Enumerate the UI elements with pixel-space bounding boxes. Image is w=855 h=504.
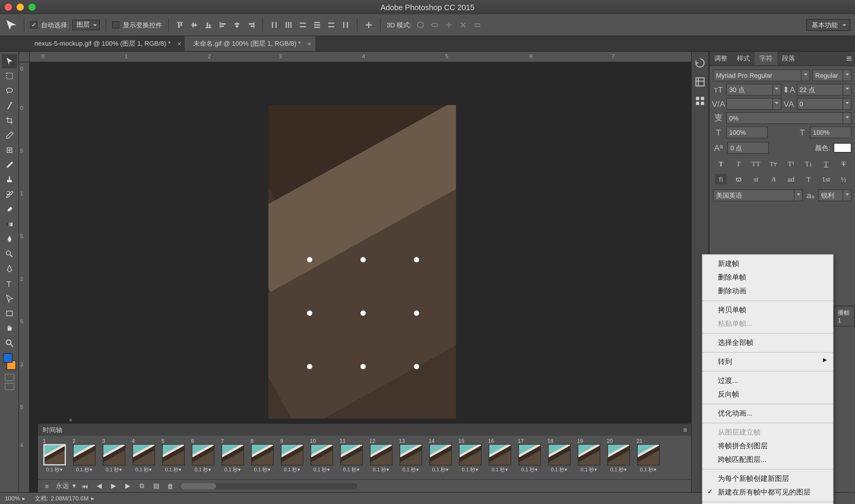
align-right-icon[interactable] — [246, 20, 256, 30]
timeline-frame[interactable]: 20.1 秒▾ — [70, 438, 99, 474]
eraser-tool[interactable] — [1, 202, 17, 217]
3d-orbit-icon[interactable] — [415, 20, 426, 30]
timeline-frame[interactable]: 150.1 秒▾ — [456, 438, 484, 474]
baseline-shift-input[interactable]: 0 点 — [727, 142, 769, 154]
eyedropper-tool[interactable] — [1, 128, 17, 143]
timeline-frame[interactable]: 10.1 秒▾ — [40, 438, 69, 474]
distribute-v1-icon[interactable] — [312, 20, 322, 30]
hscale-input[interactable]: 100% — [726, 126, 768, 138]
frame-delay[interactable]: 0.1 秒▾ — [432, 467, 449, 474]
rectangle-tool[interactable] — [1, 306, 17, 321]
allcaps-button[interactable]: TT — [750, 159, 762, 169]
vertical-ruler[interactable]: 0 0 5 1 5 2 5 3 5 4 — [19, 62, 30, 492]
timeline-frame[interactable]: 50.1 秒▾ — [159, 438, 188, 474]
distribute-h3-icon[interactable] — [298, 20, 308, 30]
lasso-tool[interactable] — [1, 84, 17, 98]
menu-item-delete-animation[interactable]: 删除动画 — [702, 284, 833, 298]
auto-select-checkbox[interactable] — [30, 21, 37, 29]
timeline-frame[interactable]: 70.1 秒▾ — [218, 438, 247, 474]
horizontal-ruler[interactable]: 0 1 2 3 4 5 6 7 — [30, 52, 691, 62]
crop-tool[interactable] — [1, 113, 17, 128]
panel-tab-adjustments[interactable]: 调整 — [710, 52, 732, 65]
font-size-input[interactable]: 30 点 — [726, 84, 781, 95]
timeline-frame[interactable]: 160.1 秒▾ — [486, 438, 514, 474]
clone-stamp-tool[interactable] — [1, 173, 17, 187]
quick-mask-icon[interactable] — [4, 374, 14, 381]
panel-close-icon[interactable]: × — [69, 417, 76, 424]
menu-item-copy-frame[interactable]: 拷贝单帧 — [702, 303, 833, 317]
color-swatches[interactable] — [1, 353, 17, 370]
window-close-button[interactable] — [5, 3, 12, 11]
window-minimize-button[interactable] — [17, 3, 24, 11]
italic-button[interactable]: T — [733, 159, 745, 169]
zoom-tool[interactable] — [1, 336, 17, 350]
ligature-calt-button[interactable]: ϖ — [733, 174, 745, 185]
menu-item-new-layer-visible-all-frames[interactable]: 新建在所有帧中都可见的图层 — [702, 486, 833, 499]
timeline-frame[interactable]: 30.1 秒▾ — [100, 438, 128, 474]
healing-brush-tool[interactable] — [1, 143, 17, 157]
frame-delay[interactable]: 0.1 秒▾ — [343, 467, 360, 474]
timeline-frame[interactable]: 200.1 秒▾ — [604, 438, 633, 474]
leading-input[interactable]: 22 点 — [797, 84, 852, 95]
distribute-v3-icon[interactable] — [340, 20, 351, 30]
menu-item-reverse-frames[interactable]: 反向帧 — [702, 388, 833, 401]
properties-panel-icon[interactable] — [694, 75, 707, 88]
ruler-origin[interactable] — [19, 52, 30, 62]
text-color-swatch[interactable] — [834, 143, 852, 152]
align-hcenter-icon[interactable] — [232, 20, 242, 30]
distribute-h1-icon[interactable] — [269, 20, 280, 30]
timeline-frame[interactable]: 60.1 秒▾ — [189, 438, 217, 474]
timeline-frame[interactable]: 100.1 秒▾ — [307, 438, 336, 474]
first-frame-button[interactable]: ⏮ — [79, 481, 90, 491]
history-brush-tool[interactable] — [1, 187, 17, 202]
align-top-icon[interactable] — [175, 20, 185, 30]
marquee-tool[interactable] — [1, 69, 17, 83]
panel-tab-paragraph[interactable]: 段落 — [777, 52, 800, 65]
menu-item-tween[interactable]: 过渡... — [702, 374, 833, 388]
new-frame-button[interactable]: ▤ — [151, 481, 161, 491]
frame-delay[interactable]: 0.1 秒▾ — [106, 467, 122, 474]
3d-pan-icon[interactable] — [444, 20, 455, 30]
screen-mode-icon[interactable] — [4, 383, 14, 390]
blur-tool[interactable] — [1, 232, 17, 246]
menu-item-match-layers-across-frames[interactable]: 跨帧匹配图层... — [702, 453, 833, 467]
frame-delay[interactable]: 0.1 秒▾ — [521, 467, 538, 474]
document-tab[interactable]: nexus-5-mockup.gif @ 100% (图层 1, RGB/8) … — [26, 36, 185, 51]
delete-frame-button[interactable]: 🗑 — [165, 481, 176, 491]
smallcaps-button[interactable]: Tᴛ — [768, 159, 780, 169]
panel-tab-character[interactable]: 字符 — [755, 52, 777, 65]
3d-zoom-icon[interactable] — [472, 20, 483, 30]
prev-frame-button[interactable]: ◀ — [94, 481, 105, 491]
frame-delay[interactable]: 0.1 秒▾ — [373, 467, 390, 474]
workspace-selector[interactable]: 基本功能 — [806, 19, 850, 31]
auto-select-target-dropdown[interactable]: 图层 — [72, 20, 100, 30]
timeline-menu-icon[interactable]: ≡ — [41, 481, 52, 491]
panel-menu-icon[interactable]: ≡ — [679, 426, 691, 433]
dodge-tool[interactable] — [1, 247, 17, 261]
align-vcenter-icon[interactable] — [189, 20, 199, 30]
subscript-button[interactable]: T₁ — [803, 159, 815, 169]
window-maximize-button[interactable] — [29, 3, 36, 11]
timeline-frame[interactable]: 130.1 秒▾ — [397, 438, 425, 474]
swatches-panel-icon[interactable] — [694, 94, 707, 107]
hand-tool[interactable] — [1, 321, 17, 336]
zoom-level[interactable]: 100% ▸ — [5, 495, 25, 502]
ligature-st-button[interactable]: st — [750, 174, 762, 185]
frame-delay[interactable]: 0.1 秒▾ — [136, 467, 152, 474]
foreground-color-swatch[interactable] — [3, 353, 12, 363]
timeline-frame[interactable]: 40.1 秒▾ — [129, 438, 158, 474]
close-tab-icon[interactable]: × — [307, 39, 311, 48]
titling-button[interactable]: ad — [785, 174, 797, 185]
align-bottom-icon[interactable] — [203, 20, 214, 30]
auto-align-icon[interactable] — [363, 20, 374, 30]
frame-delay[interactable]: 0.1 秒▾ — [462, 467, 479, 474]
timeline-frame[interactable]: 210.1 秒▾ — [634, 438, 663, 474]
fractions-button[interactable]: 1st — [820, 174, 832, 185]
panel-menu-icon[interactable]: ≡ — [843, 52, 855, 65]
timeline-frame[interactable]: 180.1 秒▾ — [545, 438, 573, 474]
menu-item-optimize-animation[interactable]: 优化动画... — [702, 407, 833, 420]
bold-button[interactable]: T — [715, 159, 727, 169]
frame-delay[interactable]: 0.1 秒▾ — [492, 467, 508, 474]
baseline-pct-input[interactable]: 0% — [726, 112, 852, 124]
halfwidth-button[interactable]: ½ — [838, 174, 850, 185]
